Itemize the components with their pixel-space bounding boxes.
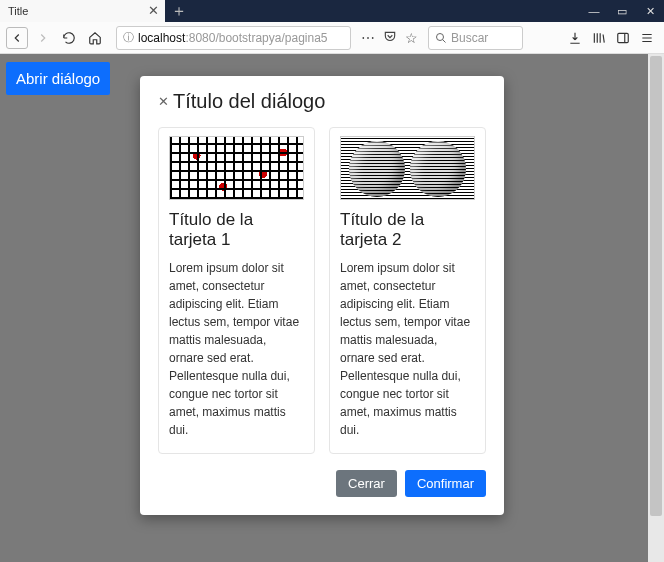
url-port: :8080 — [185, 31, 215, 45]
search-placeholder: Buscar — [451, 31, 488, 45]
tab-title: Title — [8, 5, 28, 17]
hamburger-menu-icon[interactable] — [640, 31, 654, 45]
arrow-right-icon — [36, 31, 50, 45]
cards-row: Título de la tarjeta 1 Lorem ipsum dolor… — [158, 127, 486, 454]
nav-reload-button[interactable] — [58, 27, 80, 49]
library-icon[interactable] — [592, 31, 606, 45]
site-info-icon[interactable]: ⓘ — [123, 30, 134, 45]
home-icon — [88, 31, 102, 45]
dialog-title: Título del diálogo — [173, 90, 325, 113]
scrollbar-thumb[interactable] — [650, 56, 662, 516]
toolbar-right — [568, 31, 658, 45]
window-titlebar: Title ✕ ＋ — ▭ ✕ — [0, 0, 664, 22]
search-bar[interactable]: Buscar — [428, 26, 523, 50]
tab-close-icon[interactable]: ✕ — [148, 3, 159, 18]
dialog-close-button[interactable]: Cerrar — [336, 470, 397, 497]
url-host: localhost — [138, 31, 185, 45]
bookmark-star-icon[interactable]: ☆ — [405, 30, 418, 46]
card-image-2 — [340, 136, 475, 200]
url-bar[interactable]: ⓘ localhost:8080/bootstrapya/pagina5 — [116, 26, 351, 50]
card-image-1 — [169, 136, 304, 200]
window-close-icon[interactable]: ✕ — [636, 0, 664, 22]
arrow-left-icon — [10, 31, 24, 45]
page-actions-icon[interactable]: ⋯ — [361, 30, 375, 46]
page-viewport: Abrir diálogo ✕ Título del diálogo Títul… — [0, 54, 664, 562]
dialog-header: ✕ Título del diálogo — [158, 90, 486, 113]
card-text-2: Lorem ipsum dolor sit amet, consectetur … — [340, 259, 475, 439]
search-icon — [435, 32, 447, 44]
card-2: Título de la tarjeta 2 Lorem ipsum dolor… — [329, 127, 486, 454]
window-minimize-icon[interactable]: — — [580, 0, 608, 22]
url-path: /bootstrapya/pagina5 — [215, 31, 327, 45]
pocket-svg — [383, 30, 397, 44]
modal-dialog: ✕ Título del diálogo Título de la tarjet… — [140, 76, 504, 515]
nav-forward-button[interactable] — [32, 27, 54, 49]
dialog-footer: Cerrar Confirmar — [158, 470, 486, 497]
new-tab-button[interactable]: ＋ — [165, 0, 193, 22]
nav-home-button[interactable] — [84, 27, 106, 49]
svg-rect-1 — [618, 33, 629, 42]
card-title-1: Título de la tarjeta 1 — [169, 210, 304, 251]
url-actions: ⋯ ☆ — [361, 30, 418, 46]
window-maximize-icon[interactable]: ▭ — [608, 0, 636, 22]
reload-icon — [62, 31, 76, 45]
browser-tab[interactable]: Title ✕ — [0, 0, 165, 22]
vertical-scrollbar[interactable] — [648, 54, 664, 562]
downloads-icon[interactable] — [568, 31, 582, 45]
dialog-close-icon[interactable]: ✕ — [158, 95, 169, 108]
window-controls: — ▭ ✕ — [580, 0, 664, 22]
dialog-confirm-button[interactable]: Confirmar — [405, 470, 486, 497]
nav-back-button[interactable] — [6, 27, 28, 49]
open-dialog-button[interactable]: Abrir diálogo — [6, 62, 110, 95]
pocket-icon[interactable] — [383, 30, 397, 46]
sidebar-icon[interactable] — [616, 31, 630, 45]
card-1: Título de la tarjeta 1 Lorem ipsum dolor… — [158, 127, 315, 454]
card-title-2: Título de la tarjeta 2 — [340, 210, 475, 251]
svg-point-0 — [437, 33, 444, 40]
browser-toolbar: ⓘ localhost:8080/bootstrapya/pagina5 ⋯ ☆… — [0, 22, 664, 54]
card-text-1: Lorem ipsum dolor sit amet, consectetur … — [169, 259, 304, 439]
